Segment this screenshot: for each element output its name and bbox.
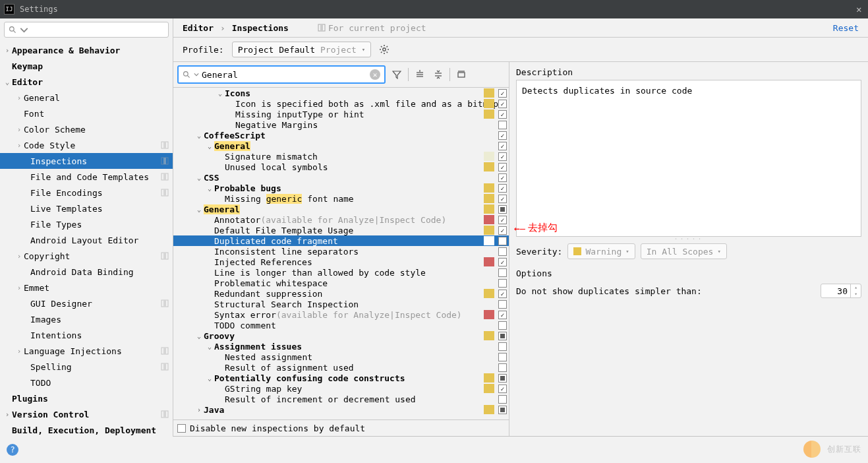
inspection-checkbox[interactable] <box>498 226 507 235</box>
inspection-checkbox[interactable] <box>498 247 507 256</box>
sidebar-item-android-data-binding[interactable]: Android Data Binding <box>0 264 173 280</box>
sidebar-item-images[interactable]: Images <box>0 311 173 327</box>
sidebar-item-code-style[interactable]: ›Code Style <box>0 137 173 153</box>
inspection-row[interactable]: Problematic whitespace <box>173 278 509 288</box>
inspection-row[interactable]: ⌄Assignment issues <box>173 341 509 352</box>
inspection-row[interactable]: Redundant suppression <box>173 288 509 299</box>
sidebar-item-gui-designer[interactable]: GUI Designer <box>0 295 173 311</box>
inspection-row[interactable]: Injected References <box>173 257 509 267</box>
inspection-row[interactable]: Nested assignment <box>173 352 509 362</box>
inspection-checkbox[interactable] <box>498 374 507 383</box>
inspection-row[interactable]: Structural Search Inspection <box>173 299 509 309</box>
inspection-checkbox[interactable] <box>498 205 507 214</box>
sidebar-item-todo[interactable]: TODO <box>0 375 173 390</box>
sidebar-item-file-encodings[interactable]: File Encodings <box>0 185 173 201</box>
inspection-checkbox[interactable] <box>498 216 507 224</box>
inspection-checkbox[interactable] <box>498 121 507 129</box>
inspection-checkbox[interactable] <box>498 321 507 330</box>
inspection-checkbox[interactable] <box>498 89 507 98</box>
inspection-checkbox[interactable] <box>498 131 507 140</box>
inspection-checkbox[interactable] <box>498 279 507 288</box>
simpler-than-spinner[interactable]: 30 ▴▾ <box>821 284 861 298</box>
inspection-row[interactable]: Default File Template Usage <box>173 225 509 235</box>
clear-icon[interactable]: ✕ <box>370 69 380 80</box>
inspection-checkbox[interactable] <box>498 195 507 203</box>
inspection-checkbox[interactable] <box>498 353 507 361</box>
collapse-all-icon[interactable] <box>431 67 446 82</box>
sidebar-item-live-templates[interactable]: Live Templates <box>0 201 173 216</box>
reset-button[interactable]: Reset <box>833 23 859 33</box>
inspection-checkbox[interactable] <box>498 173 507 182</box>
sidebar-item-copyright[interactable]: ›Copyright <box>0 248 173 264</box>
inspection-row[interactable]: ⌄Probable bugs <box>173 183 509 193</box>
inspection-row[interactable]: TODO comment <box>173 320 509 330</box>
sidebar-item-general[interactable]: ›General <box>0 90 173 106</box>
breadcrumb-editor[interactable]: Editor <box>183 23 214 33</box>
inspection-search-input[interactable]: ✕ <box>177 65 386 84</box>
inspection-row[interactable]: Unused local symbols <box>173 162 509 172</box>
inspection-row[interactable]: ⌄General <box>173 140 509 151</box>
inspection-checkbox[interactable] <box>498 258 507 266</box>
inspection-row[interactable]: Inconsistent line separators <box>173 246 509 257</box>
inspection-checkbox[interactable] <box>498 237 507 245</box>
sidebar-item-color-scheme[interactable]: ›Color Scheme <box>0 121 173 137</box>
sidebar-item-language-injections[interactable]: ›Language Injections <box>0 343 173 359</box>
inspection-row[interactable]: Icon is specified both as .xml file and … <box>173 98 509 109</box>
inspection-checkbox[interactable] <box>498 152 507 161</box>
inspection-row[interactable]: ›Java <box>173 404 509 415</box>
inspection-checkbox[interactable] <box>498 290 507 298</box>
inspection-row[interactable]: ⌄CSS <box>173 172 509 183</box>
sidebar-item-intentions[interactable]: Intentions <box>0 327 173 343</box>
inspection-row[interactable]: Line is longer than allowed by code styl… <box>173 267 509 278</box>
sidebar-item-build-execution-deployment[interactable]: Build, Execution, Deployment <box>0 422 173 437</box>
inspection-row[interactable]: Annotator (available for Analyze|Inspect… <box>173 214 509 225</box>
profile-combo[interactable]: Project Default Project ▾ <box>232 42 372 57</box>
inspection-checkbox[interactable] <box>498 100 507 108</box>
inspection-row[interactable]: GString map key <box>173 383 509 394</box>
expand-all-icon[interactable] <box>413 67 427 82</box>
inspection-row[interactable]: ⌄Potentially confusing code constructs <box>173 373 509 383</box>
sidebar-search-input[interactable] <box>4 22 169 38</box>
sidebar-item-emmet[interactable]: ›Emmet <box>0 280 173 295</box>
inspection-checkbox[interactable] <box>498 163 507 171</box>
inspection-row[interactable]: Missing inputType or hint <box>173 109 509 119</box>
sidebar-item-file-types[interactable]: File Types <box>0 216 173 232</box>
inspection-row[interactable]: ⌄Groovy <box>173 330 509 341</box>
filter-icon[interactable] <box>390 67 404 82</box>
inspection-checkbox[interactable] <box>498 406 507 414</box>
disable-new-checkbox[interactable] <box>177 424 186 433</box>
inspection-checkbox[interactable] <box>498 300 507 309</box>
inspection-checkbox[interactable] <box>498 363 507 372</box>
inspection-checkbox[interactable] <box>498 311 507 319</box>
reset-inspection-icon[interactable] <box>454 67 469 82</box>
inspection-search-field[interactable] <box>202 70 367 80</box>
sidebar-item-inspections[interactable]: Inspections <box>0 153 173 169</box>
scope-combo[interactable]: In All Scopes ▾ <box>641 243 727 259</box>
sidebar-item-appearance-behavior[interactable]: ›Appearance & Behavior <box>0 42 173 58</box>
inspection-row[interactable]: ⌄General <box>173 204 509 214</box>
sidebar-item-keymap[interactable]: Keymap <box>0 58 173 74</box>
inspection-checkbox[interactable] <box>498 332 507 340</box>
sidebar-item-plugins[interactable]: Plugins <box>0 390 173 406</box>
severity-combo[interactable]: Warning ▾ <box>567 243 635 259</box>
inspection-checkbox[interactable] <box>498 268 507 277</box>
inspection-row[interactable]: ⌄Icons <box>173 88 509 98</box>
inspection-row[interactable]: Result of increment or decrement used <box>173 394 509 404</box>
sidebar-item-android-layout-editor[interactable]: Android Layout Editor <box>0 232 173 248</box>
gear-icon[interactable] <box>379 44 390 55</box>
sidebar-item-version-control[interactable]: ›Version Control <box>0 406 173 422</box>
inspection-row[interactable]: Result of assignment used <box>173 362 509 373</box>
sidebar-item-font[interactable]: Font <box>0 106 173 121</box>
sidebar-item-editor[interactable]: ⌄Editor <box>0 74 173 90</box>
inspection-row[interactable]: Missing generic font name <box>173 193 509 204</box>
inspection-checkbox[interactable] <box>498 110 507 119</box>
sidebar-item-file-and-code-templates[interactable]: File and Code Templates <box>0 169 173 185</box>
inspection-row[interactable]: Negative Margins <box>173 119 509 130</box>
inspection-checkbox[interactable] <box>498 342 507 351</box>
inspection-row[interactable]: Duplicated code fragment <box>173 235 509 246</box>
sidebar-item-spelling[interactable]: Spelling <box>0 359 173 375</box>
close-icon[interactable]: ✕ <box>856 5 864 13</box>
inspection-row[interactable]: Signature mismatch <box>173 151 509 162</box>
inspection-row[interactable]: ⌄CoffeeScript <box>173 130 509 140</box>
inspection-checkbox[interactable] <box>498 395 507 404</box>
